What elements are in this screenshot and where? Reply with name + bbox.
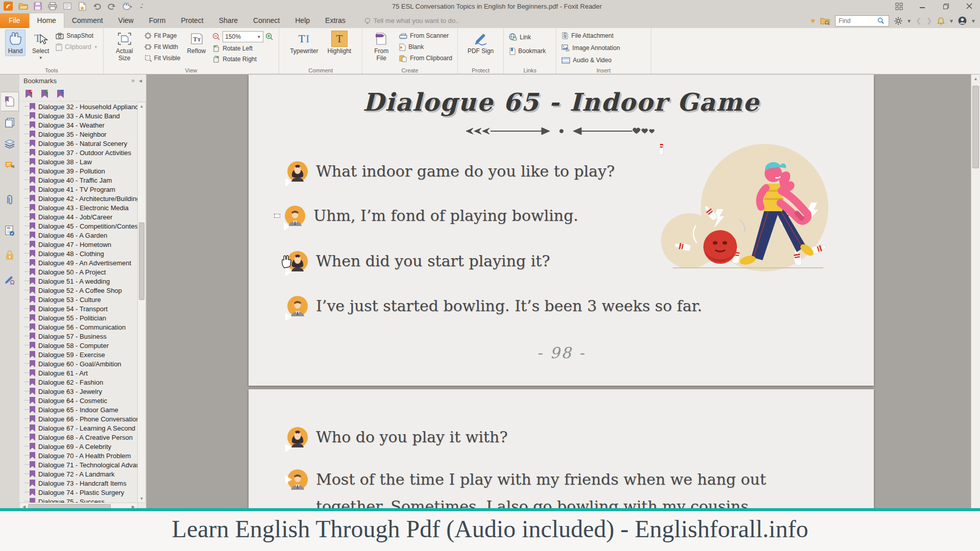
zoom-in-icon[interactable] [265,33,274,41]
fit-visible-button[interactable]: Fit Visible [144,54,181,63]
fit-page-button[interactable]: Fit Page [144,31,181,40]
close-button[interactable] [963,1,976,11]
sidebar-vertical-scrollbar[interactable]: ▲ ▼ [137,102,146,503]
hand-tool-quick-icon[interactable]: ▾ [121,1,132,11]
document-scrollbar-thumb[interactable] [972,86,979,168]
from-scanner-button[interactable]: From Scanner [399,31,452,40]
delete-bookmark-button[interactable]: ✕ [26,90,32,98]
bookmark-item[interactable]: Dialogue 65 - Indoor Game [19,405,138,414]
zoom-out-icon[interactable] [212,33,220,41]
security-lock-panel-icon[interactable] [1,246,18,264]
bookmark-item[interactable]: Dialogue 57 - Business [19,332,138,341]
notifications-bell-icon[interactable] [937,17,945,25]
bookmark-item[interactable]: Dialogue 40 - Traffic Jam [19,176,138,185]
bookmark-item[interactable]: Dialogue 61 - Art [19,368,138,378]
bookmark-item[interactable]: Dialogue 34 - Weather [19,120,138,130]
foxit-logo-icon[interactable] [3,1,13,11]
new-document-icon[interactable] [77,1,87,11]
attachments-panel-icon[interactable] [1,191,18,209]
find-input[interactable] [838,17,877,25]
layers-panel-icon[interactable] [1,135,18,153]
pdf-sign-button[interactable]: PDF Sign [465,30,496,56]
reflow-button[interactable]: Tт Reflow [184,30,208,56]
bookmark-item[interactable]: Dialogue 52 - A Coffee Shop [19,286,138,295]
bookmark-item[interactable]: Dialogue 62 - Fashion [19,378,138,387]
typewriter-button[interactable]: TI Typewriter [287,30,321,56]
audio-play-button-selected[interactable] [274,214,280,218]
account-avatar-icon[interactable] [958,16,967,25]
bookmark-item[interactable]: Dialogue 54 - Transport [19,304,138,313]
bookmark-item[interactable]: Dialogue 73 - Handcraft Items [19,479,138,488]
audio-video-button[interactable]: Audio & Video [561,56,620,65]
bookmark-item[interactable]: Dialogue 63 - Jewelry [19,387,138,396]
bookmark-item[interactable]: Dialogue 69 - A Celebrity [19,442,138,451]
open-file-icon[interactable] [18,1,28,11]
rotate-right-button[interactable]: Rotate Right [212,55,274,64]
tab-home[interactable]: Home [29,13,64,28]
bookmark-item[interactable]: Dialogue 41 - TV Program [19,185,138,194]
bell-dropdown-arrow[interactable]: ▾ [950,17,953,24]
bookmark-item[interactable]: Dialogue 38 - Law [19,157,138,166]
bookmark-item[interactable]: Dialogue 48 - Clothing [19,249,138,258]
image-annotation-button[interactable]: Image Annotation [561,43,620,53]
search-icon[interactable] [877,17,884,24]
bookmark-item[interactable]: Dialogue 46 - A Garden [19,231,138,240]
save-icon[interactable] [33,1,43,11]
bookmark-item[interactable]: Dialogue 67 - Learning A Second Language [19,423,138,433]
bookmark-item[interactable]: Dialogue 35 - Neighbor [19,130,138,139]
scroll-up-arrow[interactable]: ▲ [971,77,980,81]
tab-help[interactable]: Help [287,13,317,28]
bookmark-item[interactable]: Dialogue 51 - A wedding [19,277,138,286]
nav-forward-icon[interactable]: ❯ [926,17,932,24]
bookmark-item[interactable]: Dialogue 42 - Architecture/Building [19,194,138,203]
email-icon[interactable] [62,1,72,11]
tab-comment[interactable]: Comment [64,13,111,28]
rotate-left-button[interactable]: Rotate Left [212,44,274,53]
scroll-up-arrow[interactable]: ▲ [138,104,145,109]
bookmark-item[interactable]: Dialogue 64 - Cosmetic [19,396,138,405]
panel-expand-icon[interactable]: » [131,77,135,84]
bookmark-item[interactable]: Dialogue 58 - Computer [19,341,138,350]
snapshot-button[interactable]: SnapShot [56,31,97,40]
bookmark-item[interactable]: Dialogue 43 - Electronic Media [19,203,138,212]
nav-back-icon[interactable]: ❮ [916,17,921,24]
customize-qat-icon[interactable]: ⌄̄ [136,1,146,11]
settings-gear-icon[interactable] [894,17,902,25]
link-button[interactable]: Link [509,33,546,42]
clipboard-button[interactable]: Clipboard ▼ [56,42,97,52]
bookmark-item[interactable]: Dialogue 74 - Plastic Surgery [19,488,138,497]
sidebar-scrollbar-thumb[interactable] [139,222,144,300]
bookmark-item[interactable]: Dialogue 39 - Pollution [19,166,138,176]
bookmark-item[interactable]: Dialogue 70 - A Health Problem [19,451,138,460]
hand-button[interactable]: Hand [5,30,26,56]
bookmark-item[interactable]: Dialogue 59 - Exercise [19,350,138,359]
bookmark-item[interactable]: Dialogue 55 - Politician [19,313,138,322]
redo-icon[interactable] [107,1,117,11]
undo-icon[interactable] [92,1,102,11]
bookmark-item[interactable]: Dialogue 66 - Phone Conversation [19,414,138,423]
goto-bookmark-button[interactable]: → [57,90,64,98]
panel-collapse-icon[interactable]: ◂ [139,77,142,84]
select-button[interactable]: T Select ▼ [30,30,52,63]
tab-connect[interactable]: Connect [246,13,287,28]
bookmark-item[interactable]: Dialogue 49 - An Advertisement [19,258,138,267]
bookmark-item[interactable]: Dialogue 33 - A Music Band [19,111,138,120]
bookmark-item[interactable]: Dialogue 56 - Communication [19,322,138,332]
gear-dropdown-arrow[interactable]: ▾ [908,17,911,24]
bookmark-item[interactable]: Dialogue 72 - A Landmark [19,469,138,479]
restore-button[interactable] [939,1,952,11]
tab-share[interactable]: Share [211,13,246,28]
bookmark-button[interactable]: Bookmark [509,46,546,56]
favorite-heart-icon[interactable]: ♥ [811,16,815,25]
tell-me-box[interactable]: Tell me what you want to do.. [364,13,459,28]
fit-width-button[interactable]: Fit Width [144,42,181,52]
bookmark-item[interactable]: Dialogue 45 - Competition/Contest [19,221,138,231]
from-file-button[interactable]: From File [368,30,395,63]
bookmark-item[interactable]: Dialogue 32 - Household Appliance [19,102,138,111]
tab-form[interactable]: Form [141,13,174,28]
blank-button[interactable]: Blank [399,42,452,52]
certificate-panel-icon[interactable] [1,221,18,240]
scroll-down-arrow[interactable]: ▼ [138,496,145,501]
bookmark-item[interactable]: Dialogue 50 - A Project [19,267,138,277]
bookmark-item[interactable]: Dialogue 47 - Hometown [19,240,138,249]
